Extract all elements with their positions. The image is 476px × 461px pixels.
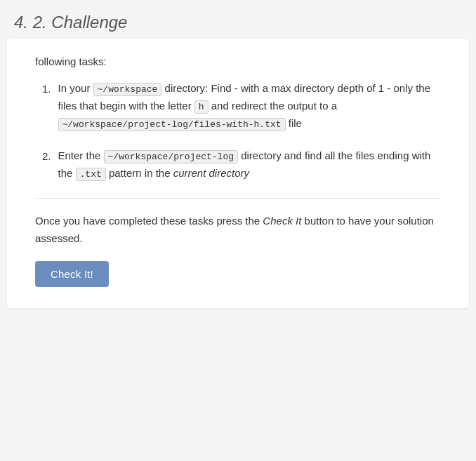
completion-text-italic: Check It <box>263 215 301 227</box>
task-item-2: Enter the ~/workspace/project-log direct… <box>42 147 441 182</box>
task-list: In your ~/workspace directory: Find - wi… <box>42 80 441 182</box>
page-title: 4. 2. Challenge <box>0 0 476 39</box>
completion-text: Once you have completed these tasks pres… <box>35 213 441 248</box>
check-it-button[interactable]: Check It! <box>35 261 109 287</box>
completion-text-before: Once you have completed these tasks pres… <box>35 215 263 227</box>
code-filepath: ~/workspace/project-log/files-with-h.txt <box>58 118 286 131</box>
task-item-1: In your ~/workspace directory: Find - wi… <box>42 80 441 132</box>
code-letter-h: h <box>194 100 209 114</box>
code-txt-pattern: .txt <box>76 168 106 181</box>
task-2-emphasis: current directory <box>173 167 249 179</box>
page-wrapper: 4. 2. Challenge following tasks: In your… <box>0 0 476 461</box>
code-workspace: ~/workspace <box>93 83 162 96</box>
intro-text: following tasks: <box>35 53 441 70</box>
section-divider <box>35 198 441 199</box>
task-1-text: In your ~/workspace directory: Find - wi… <box>58 80 441 132</box>
content-card: following tasks: In your ~/workspace dir… <box>7 39 469 308</box>
code-project-log: ~/workspace/project-log <box>104 150 238 163</box>
task-2-text: Enter the ~/workspace/project-log direct… <box>58 147 441 182</box>
